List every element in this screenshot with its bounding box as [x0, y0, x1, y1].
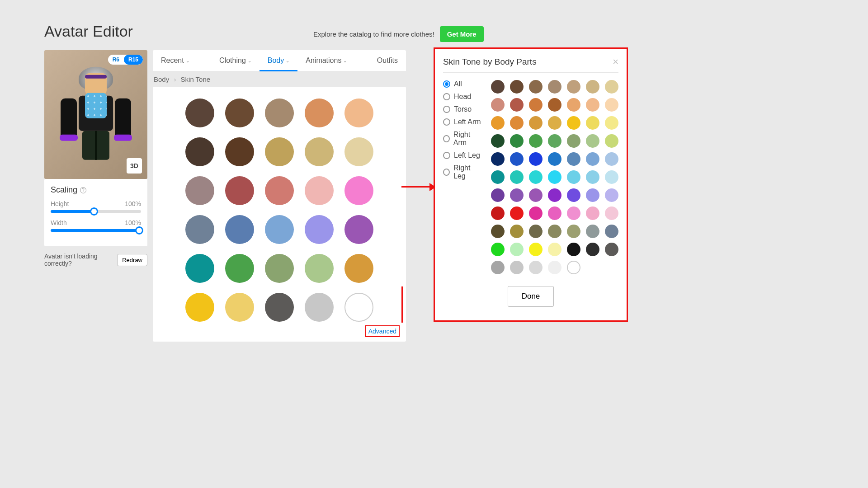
close-icon[interactable]: × [613, 57, 618, 67]
skin-tone-swatch[interactable] [586, 134, 599, 148]
skin-tone-swatch[interactable] [529, 152, 542, 166]
skin-tone-swatch[interactable] [586, 80, 599, 94]
skin-tone-swatch[interactable] [491, 243, 505, 256]
breadcrumb-root[interactable]: Body [154, 75, 169, 83]
skin-tone-swatch[interactable] [605, 170, 618, 184]
skin-tone-swatch[interactable] [548, 206, 561, 220]
skin-tone-swatch[interactable] [548, 134, 561, 148]
skin-tone-swatch[interactable] [305, 293, 334, 322]
skin-tone-swatch[interactable] [567, 206, 580, 220]
skin-tone-swatch[interactable] [586, 225, 599, 238]
skin-tone-swatch[interactable] [567, 134, 580, 148]
skin-tone-swatch[interactable] [225, 99, 254, 127]
skin-tone-swatch[interactable] [586, 152, 599, 166]
skin-tone-swatch[interactable] [605, 243, 618, 256]
skin-tone-swatch[interactable] [605, 98, 618, 112]
skin-tone-swatch[interactable] [567, 116, 580, 130]
skin-tone-swatch[interactable] [548, 243, 561, 256]
skin-tone-swatch[interactable] [605, 80, 618, 94]
body-part-radio-head[interactable]: Head [443, 93, 482, 101]
body-part-radio-right-leg[interactable]: Right Leg [443, 164, 482, 180]
skin-tone-swatch[interactable] [586, 116, 599, 130]
skin-tone-swatch[interactable] [305, 99, 334, 127]
skin-tone-swatch[interactable] [548, 116, 561, 130]
skin-tone-swatch[interactable] [586, 98, 599, 112]
skin-tone-swatch[interactable] [548, 80, 561, 94]
advanced-link[interactable]: Advanced [365, 325, 400, 337]
skin-tone-swatch[interactable] [265, 176, 294, 205]
tab-animations[interactable]: Animations⌄ [297, 50, 355, 71]
body-part-radio-left-leg[interactable]: Left Leg [443, 151, 482, 160]
skin-tone-swatch[interactable] [344, 99, 373, 127]
skin-tone-swatch[interactable] [510, 116, 524, 130]
skin-tone-swatch[interactable] [305, 254, 334, 283]
rig-r6-pill[interactable]: R6 [108, 55, 124, 65]
skin-tone-swatch[interactable] [510, 225, 524, 238]
skin-tone-swatch[interactable] [185, 176, 214, 205]
skin-tone-swatch[interactable] [529, 80, 542, 94]
skin-tone-swatch[interactable] [605, 152, 618, 166]
skin-tone-swatch[interactable] [567, 188, 580, 202]
skin-tone-swatch[interactable] [265, 215, 294, 244]
skin-tone-swatch[interactable] [586, 170, 599, 184]
skin-tone-swatch[interactable] [491, 261, 505, 274]
skin-tone-swatch[interactable] [548, 152, 561, 166]
skin-tone-swatch[interactable] [265, 254, 294, 283]
skin-tone-swatch[interactable] [344, 176, 373, 205]
skin-tone-swatch[interactable] [305, 215, 334, 244]
skin-tone-swatch[interactable] [344, 293, 373, 322]
skin-tone-swatch[interactable] [491, 188, 505, 202]
info-icon[interactable]: ? [80, 187, 86, 193]
skin-tone-swatch[interactable] [265, 99, 294, 127]
skin-tone-swatch[interactable] [510, 80, 524, 94]
skin-tone-swatch[interactable] [185, 99, 214, 127]
skin-tone-swatch[interactable] [548, 225, 561, 238]
width-slider[interactable] [51, 229, 141, 232]
rig-r15-pill[interactable]: R15 [124, 55, 143, 65]
skin-tone-swatch[interactable] [586, 206, 599, 220]
skin-tone-swatch[interactable] [185, 254, 214, 283]
redraw-button[interactable]: Redraw [117, 254, 147, 266]
skin-tone-swatch[interactable] [605, 225, 618, 238]
skin-tone-swatch[interactable] [491, 134, 505, 148]
skin-tone-swatch[interactable] [491, 170, 505, 184]
skin-tone-swatch[interactable] [265, 293, 294, 322]
skin-tone-swatch[interactable] [491, 152, 505, 166]
skin-tone-swatch[interactable] [548, 261, 561, 274]
skin-tone-swatch[interactable] [567, 80, 580, 94]
height-slider[interactable] [51, 210, 141, 213]
skin-tone-swatch[interactable] [491, 225, 505, 238]
skin-tone-swatch[interactable] [605, 116, 618, 130]
skin-tone-swatch[interactable] [548, 170, 561, 184]
body-part-radio-right-arm[interactable]: Right Arm [443, 131, 482, 147]
skin-tone-swatch[interactable] [567, 243, 580, 256]
skin-tone-swatch[interactable] [586, 243, 599, 256]
skin-tone-swatch[interactable] [548, 98, 561, 112]
skin-tone-swatch[interactable] [225, 293, 254, 322]
skin-tone-swatch[interactable] [548, 188, 561, 202]
skin-tone-swatch[interactable] [510, 98, 524, 112]
skin-tone-swatch[interactable] [510, 261, 524, 274]
skin-tone-swatch[interactable] [605, 206, 618, 220]
skin-tone-swatch[interactable] [529, 188, 542, 202]
skin-tone-swatch[interactable] [510, 170, 524, 184]
done-button[interactable]: Done [508, 286, 554, 307]
skin-tone-swatch[interactable] [510, 152, 524, 166]
skin-tone-swatch[interactable] [185, 137, 214, 166]
tab-outfits[interactable]: Outfits [369, 50, 406, 71]
skin-tone-swatch[interactable] [305, 137, 334, 166]
skin-tone-swatch[interactable] [225, 137, 254, 166]
skin-tone-swatch[interactable] [305, 176, 334, 205]
skin-tone-swatch[interactable] [605, 134, 618, 148]
skin-tone-swatch[interactable] [510, 243, 524, 256]
body-part-radio-torso[interactable]: Torso [443, 105, 482, 113]
skin-tone-swatch[interactable] [567, 152, 580, 166]
skin-tone-swatch[interactable] [510, 188, 524, 202]
skin-tone-swatch[interactable] [344, 254, 373, 283]
skin-tone-swatch[interactable] [586, 188, 599, 202]
skin-tone-swatch[interactable] [185, 293, 214, 322]
skin-tone-swatch[interactable] [529, 98, 542, 112]
skin-tone-swatch[interactable] [567, 98, 580, 112]
skin-tone-swatch[interactable] [529, 243, 542, 256]
skin-tone-swatch[interactable] [510, 206, 524, 220]
